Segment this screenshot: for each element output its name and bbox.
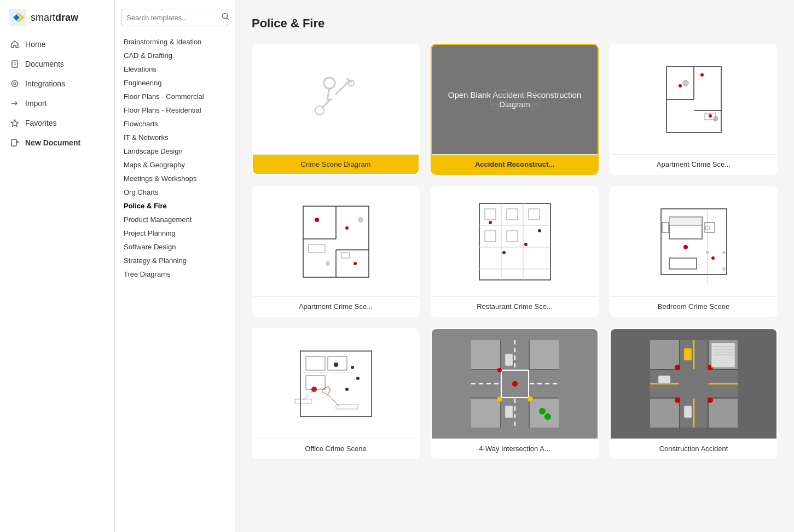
category-floor-plans-commercial[interactable]: Floor Plans - Commercial <box>121 90 228 103</box>
svg-point-12 <box>505 103 511 110</box>
svg-rect-84 <box>471 340 500 369</box>
svg-point-102 <box>512 381 518 387</box>
template-card-crime-scene[interactable]: Crime Scene Diagram <box>252 44 420 175</box>
template-card-bedroom[interactable]: Bedroom Crime Scene <box>610 186 778 317</box>
card-image-crime-scene <box>253 45 419 154</box>
search-input[interactable] <box>126 14 218 22</box>
sidebar-item-documents[interactable]: Documents <box>4 55 110 73</box>
search-icon[interactable] <box>222 13 229 22</box>
svg-rect-116 <box>684 406 692 418</box>
category-software-design[interactable]: Software Design <box>121 240 228 254</box>
search-box[interactable] <box>121 9 228 26</box>
sidebar-item-integrations[interactable]: Integrations <box>4 74 110 93</box>
svg-point-52 <box>502 251 506 254</box>
svg-point-118 <box>675 365 680 370</box>
template-card-apartment-2[interactable]: Apartment Crime Sce... <box>252 186 420 317</box>
category-floor-plans-residential[interactable]: Floor Plans - Residential <box>121 103 228 117</box>
category-project-planning[interactable]: Project Planning <box>121 226 228 240</box>
category-police-fire[interactable]: Police & Fire <box>121 199 228 213</box>
category-cad[interactable]: CAD & Drafting <box>121 49 228 62</box>
svg-rect-115 <box>684 348 692 360</box>
svg-rect-48 <box>485 231 496 242</box>
category-tree-diagrams[interactable]: Tree Diagrams <box>121 267 228 281</box>
svg-rect-68 <box>306 356 325 370</box>
sidebar-item-import[interactable]: Import <box>4 94 110 113</box>
category-product-management[interactable]: Product Management <box>121 213 228 226</box>
card-label-accident: Accident Reconstruct... <box>432 154 598 174</box>
card-image-intersection <box>432 329 598 439</box>
nav-list: Home Documents Integrations <box>0 35 114 152</box>
svg-rect-45 <box>485 209 496 220</box>
template-card-construction[interactable]: Construction Accident <box>610 328 778 459</box>
svg-point-11 <box>492 103 499 110</box>
svg-point-6 <box>324 78 335 89</box>
category-maps-geography[interactable]: Maps & Geography <box>121 158 228 172</box>
documents-icon <box>10 59 20 69</box>
svg-point-60 <box>683 245 688 249</box>
logo: smartdraw <box>0 9 114 35</box>
template-card-restaurant[interactable]: Restaurant Crime Sce... <box>431 186 599 317</box>
new-document-icon <box>10 138 20 148</box>
svg-rect-4 <box>11 139 16 146</box>
svg-point-24 <box>700 73 704 77</box>
category-list: Brainstorming & Ideation CAD & Drafting … <box>121 35 228 281</box>
category-landscape[interactable]: Landscape Design <box>121 144 228 158</box>
page-title: Police & Fire <box>252 16 778 31</box>
svg-point-65 <box>722 251 726 254</box>
svg-rect-1 <box>12 61 18 67</box>
sidebar: smartdraw Home Documents <box>0 0 115 532</box>
svg-point-79 <box>356 377 360 380</box>
card-label-bedroom: Bedroom Crime Scene <box>611 296 776 316</box>
category-engineering[interactable]: Engineering <box>121 76 228 90</box>
smartdraw-logo-icon <box>9 9 26 26</box>
svg-point-121 <box>708 397 713 403</box>
card-label-apartment-1: Apartment Crime Sce... <box>611 154 776 174</box>
svg-rect-97 <box>505 406 513 418</box>
home-icon <box>10 39 20 49</box>
template-card-office[interactable]: Office Crime Scene <box>252 328 420 459</box>
card-image-bedroom <box>611 187 776 296</box>
template-card-intersection[interactable]: 4-Way Intersection A... <box>431 328 599 459</box>
svg-point-99 <box>528 396 533 402</box>
card-label-construction: Construction Accident <box>611 439 776 458</box>
svg-point-78 <box>351 366 354 369</box>
svg-line-74 <box>303 389 314 400</box>
svg-rect-85 <box>530 340 559 369</box>
category-it-networks[interactable]: IT & Networks <box>121 131 228 144</box>
category-flowcharts[interactable]: Flowcharts <box>121 117 228 131</box>
card-label-restaurant: Restaurant Crime Sce... <box>432 296 598 316</box>
svg-point-33 <box>345 226 349 230</box>
svg-rect-46 <box>507 209 518 220</box>
templates-grid: Crime Scene Diagram Open Blank Accident … <box>252 44 778 459</box>
template-card-apartment-1[interactable]: Apartment Crime Sce... <box>610 44 778 175</box>
import-icon <box>10 98 20 108</box>
sidebar-item-new-document[interactable]: New Document <box>4 133 110 152</box>
main-content: Police & Fire Crime Scene Diagram <box>235 0 794 532</box>
svg-point-38 <box>358 217 363 223</box>
template-card-accident[interactable]: Open Blank Accident Reconstruction Diagr… <box>431 44 599 175</box>
svg-point-101 <box>544 413 551 420</box>
category-brainstorming[interactable]: Brainstorming & Ideation <box>121 35 228 49</box>
svg-point-3 <box>14 83 16 85</box>
svg-rect-77 <box>336 405 358 409</box>
category-meetings-workshops[interactable]: Meetings & Workshops <box>121 172 228 185</box>
svg-rect-75 <box>295 399 311 404</box>
svg-rect-117 <box>658 376 670 383</box>
svg-point-16 <box>532 103 538 110</box>
svg-point-53 <box>538 229 541 232</box>
category-elevations[interactable]: Elevations <box>121 62 228 76</box>
svg-point-8 <box>315 106 324 115</box>
svg-point-66 <box>722 267 726 271</box>
svg-point-61 <box>711 256 715 260</box>
card-image-apartment-1 <box>611 45 776 154</box>
sidebar-item-home[interactable]: Home <box>4 35 110 54</box>
sidebar-item-favorites[interactable]: Favorites <box>4 114 110 132</box>
svg-point-103 <box>497 368 502 372</box>
svg-rect-107 <box>650 340 679 369</box>
svg-line-76 <box>328 395 339 406</box>
category-org-charts[interactable]: Org Charts <box>121 185 228 199</box>
svg-point-2 <box>12 81 18 87</box>
svg-rect-47 <box>529 209 540 220</box>
svg-point-23 <box>679 84 682 87</box>
category-strategy-planning[interactable]: Strategy & Planning <box>121 254 228 267</box>
